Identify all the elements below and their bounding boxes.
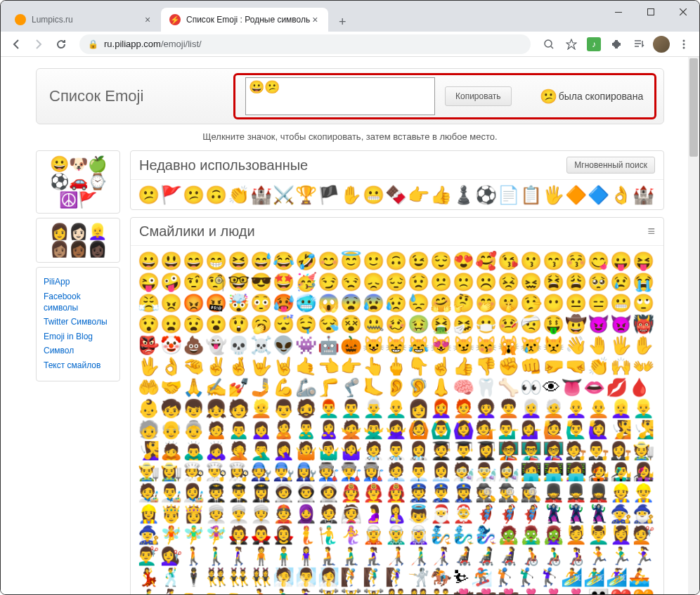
zoom-icon[interactable] [539,34,559,54]
extensions-icon[interactable] [607,34,626,54]
window-close-icon[interactable] [667,1,699,23]
browser-tab-active[interactable]: ⚡ Список Emoji : Родные символь × [161,8,328,32]
forward-button[interactable] [29,34,48,54]
section-menu-icon[interactable]: ≡ [647,224,655,239]
sidebar-link[interactable]: Текст смайлов [44,360,112,372]
window-minimize-icon[interactable] [602,1,635,23]
browser-toolbar: 🔒 ru.piliapp.com/emoji/list/ ♪ [1,32,699,57]
section-recent: Недавно использованные Мгновенный поиск … [130,150,664,210]
scrollbar-thumb[interactable] [689,58,698,157]
emoji-grid[interactable]: 😀😃😄😁😆😅😂🤣😊😇🙂🙃😉😌😍🥰😘😗😙😚😋😛😝😜🤪🤨🧐🤓😎🤩🥳😏😒😞😔😟😕🙁☹️… [131,246,663,594]
browser-titlebar: Lumpics.ru × ⚡ Список Emoji : Родные сим… [1,1,699,32]
sidebar-category-icons[interactable]: 😀🐶🍏⚽🚗⌚️☮️🚩 [36,150,120,214]
reload-button[interactable] [51,34,71,54]
bookmark-icon[interactable] [562,34,581,54]
svg-point-2 [545,40,552,47]
svg-point-4 [683,43,685,45]
close-tab-icon[interactable]: × [143,15,153,25]
address-bar[interactable]: 🔒 ru.piliapp.com/emoji/list/ [79,34,531,54]
back-button[interactable] [6,34,26,54]
extension-music-icon[interactable]: ♪ [584,34,604,54]
browser-tab-inactive[interactable]: Lumpics.ru × [6,8,161,32]
copy-area-highlight: Копировать 😕 была скопирована [233,73,656,119]
close-tab-icon[interactable]: × [310,15,320,25]
profile-avatar[interactable] [652,34,671,54]
page-header: Список Emoji Копировать 😕 была скопирова… [36,68,664,124]
page-title: Список Emoji [49,87,143,105]
sidebar-link[interactable]: Символ [44,346,112,357]
svg-point-5 [683,46,685,48]
sidebar-links: PiliApp Facebook символы Twitter Символы… [36,267,120,381]
svg-rect-1 [648,9,654,15]
copied-message: 😕 была скопирована [540,88,644,105]
svg-rect-0 [615,12,622,13]
sidebar-link[interactable]: Facebook символы [44,292,112,313]
new-tab-button[interactable]: + [332,12,352,32]
section-title: Смайлики и люди [139,223,255,240]
main-content: Недавно использованные Мгновенный поиск … [130,150,664,594]
sidebar-link[interactable]: Twitter Символы [44,317,112,328]
sidebar-link[interactable]: Emoji in Blog [44,332,112,343]
copied-text: была скопирована [559,91,644,102]
emoji-textarea[interactable] [245,77,435,115]
instant-search-button[interactable]: Мгновенный поиск [566,157,655,174]
tab-title: Lumpics.ru [32,15,73,25]
tab-title: Список Emoji : Родные символь [186,15,310,25]
sidebar: 😀🐶🍏⚽🚗⌚️☮️🚩 👩👩🏻👱‍♀️👩🏽👩🏾👩🏿 PiliApp Faceboo… [36,150,120,594]
sidebar-skin-tone-icons[interactable]: 👩👩🏻👱‍♀️👩🏽👩🏾👩🏿 [36,218,120,263]
scrollbar-track[interactable] [688,57,699,594]
menu-icon[interactable] [674,34,694,54]
svg-point-3 [683,39,685,41]
url-host: ru.piliapp.com [104,39,161,49]
sidebar-link[interactable]: PiliApp [44,277,112,288]
emoji-grid[interactable]: 😕🚩😕🙃👏🏰⚔️🏆🏴✋😬🍫👉👍♟️⚽📄📋🖐️🔶🔷👌🏰 [131,180,663,209]
lock-icon: 🔒 [88,39,98,49]
url-path: /emoji/list/ [161,39,202,49]
favicon-icon [15,14,26,25]
favicon-icon: ⚡ [169,14,181,25]
section-smileys-people: Смайлики и люди ≡ 😀😃😄😁😆😅😂🤣😊😇🙂🙃😉😌😍🥰😘😗😙😚😋😛… [130,217,664,594]
reading-list-icon[interactable] [629,34,649,54]
page-viewport: Список Emoji Копировать 😕 была скопирова… [1,57,699,594]
copy-button[interactable]: Копировать [445,86,512,106]
window-maximize-icon[interactable] [635,1,667,23]
section-title: Недавно использованные [139,157,308,174]
copied-emoji-icon: 😕 [540,88,557,105]
hint-text: Щелкните значок, чтобы скопировать, зате… [1,131,699,142]
